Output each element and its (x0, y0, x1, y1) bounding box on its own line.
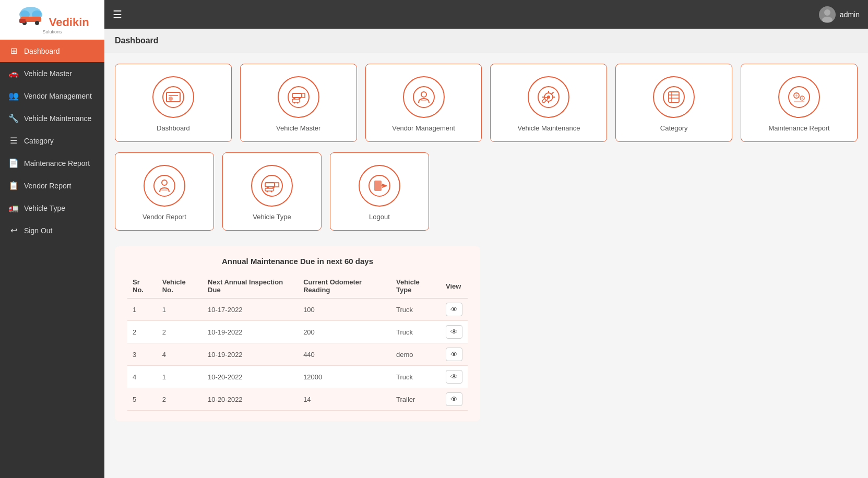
col-vehicle-no: Vehicle No. (157, 274, 203, 298)
card-logout-icon (359, 165, 400, 207)
topbar: ☰ admin (104, 0, 868, 29)
sidebar-item-vendor-management[interactable]: 👥 Vendor Management (0, 85, 104, 107)
svg-rect-43 (265, 183, 275, 187)
logo-sub: Solutions (15, 29, 89, 34)
vehicle-icon: 🚗 (8, 68, 19, 78)
svg-point-5 (35, 21, 39, 25)
svg-rect-6 (19, 19, 26, 23)
cards-row-2: Vendor Report Vehicle Type (115, 152, 858, 231)
sidebar-label-vendor-management: Vendor Management (24, 92, 92, 100)
card-maintenance-report[interactable]: Maintenance Report (741, 64, 858, 142)
hamburger-button[interactable]: ☰ (113, 8, 122, 21)
view-button[interactable]: 👁 (446, 303, 462, 316)
svg-point-28 (663, 87, 684, 107)
card-logout-label: Logout (369, 213, 390, 221)
cell-inspection-due: 10-20-2022 (203, 388, 298, 411)
cell-vehicle-no: 1 (157, 366, 203, 388)
cell-odometer: 440 (298, 343, 391, 366)
card-dashboard[interactable]: Dashboard (115, 64, 232, 142)
card-vehicle-master[interactable]: Vehicle Master (240, 64, 357, 142)
view-button[interactable]: 👁 (446, 370, 462, 384)
svg-rect-23 (421, 100, 426, 101)
card-vendor-management-label: Vendor Management (392, 124, 455, 132)
cell-inspection-due: 10-17-2022 (203, 298, 298, 321)
svg-point-13 (288, 87, 309, 107)
cell-sr: 1 (127, 298, 157, 321)
cell-odometer: 14 (298, 388, 391, 411)
card-vehicle-maintenance[interactable]: Vehicle Maintenance (490, 64, 607, 142)
view-button[interactable]: 👁 (446, 325, 462, 339)
table-row: 3 4 10-19-2022 440 demo 👁 (127, 343, 468, 366)
card-logout[interactable]: Logout (330, 152, 429, 231)
page-header: Dashboard (104, 29, 868, 53)
cell-view: 👁 (441, 366, 468, 388)
col-vehicle-type: Vehicle Type (391, 274, 441, 298)
svg-marker-15 (302, 93, 305, 98)
sidebar-label-maintenance-report: Maintenance Report (24, 159, 90, 168)
sidebar-item-vehicle-maintenance[interactable]: 🔧 Vehicle Maintenance (0, 107, 104, 129)
sidebar-item-vehicle-master[interactable]: 🚗 Vehicle Master (0, 62, 104, 85)
card-maintenance-report-label: Maintenance Report (769, 124, 830, 132)
svg-rect-38 (794, 101, 804, 102)
sidebar-label-dashboard: Dashboard (24, 47, 60, 55)
cell-odometer: 12000 (298, 366, 391, 388)
sidebar-item-vehicle-type[interactable]: 🚛 Vehicle Type (0, 197, 104, 219)
dashboard-icon: ⊞ (8, 46, 19, 56)
category-icon: ☰ (8, 136, 19, 146)
page-title: Dashboard (115, 36, 159, 45)
sidebar-item-maintenance-report[interactable]: 📄 Maintenance Report (0, 152, 104, 174)
table-row: 4 1 10-20-2022 12000 Truck 👁 (127, 366, 468, 388)
logo-area: Vedikin Solutions (0, 0, 104, 40)
cell-inspection-due: 10-20-2022 (203, 366, 298, 388)
card-vendor-report-icon (144, 165, 185, 207)
sidebar-item-sign-out[interactable]: ↩ Sign Out (0, 219, 104, 242)
view-button[interactable]: 👁 (446, 392, 462, 406)
card-dashboard-label: Dashboard (157, 124, 190, 132)
svg-point-37 (802, 97, 803, 99)
svg-point-48 (267, 190, 268, 192)
cell-inspection-due: 10-19-2022 (203, 321, 298, 343)
cell-vehicle-no: 4 (157, 343, 203, 366)
table-title: Annual Maintenance Due in next 60 days (127, 257, 468, 266)
card-category-label: Category (660, 124, 688, 132)
table-row: 1 1 10-17-2022 100 Truck 👁 (127, 298, 468, 321)
sidebar-label-vendor-report: Vendor Report (24, 182, 71, 190)
cell-view: 👁 (441, 321, 468, 343)
card-vendor-management[interactable]: Vendor Management (365, 64, 482, 142)
cell-vehicle-no: 2 (157, 388, 203, 411)
vehicle-type-icon: 🚛 (8, 203, 19, 213)
svg-point-42 (261, 175, 282, 196)
sidebar-label-category: Category (24, 137, 54, 145)
table-row: 2 2 10-19-2022 200 Truck 👁 (127, 321, 468, 343)
sidebar-label-vehicle-master: Vehicle Master (24, 69, 72, 78)
svg-point-20 (296, 102, 298, 103)
card-category[interactable]: Category (615, 64, 732, 142)
sidebar-label-vehicle-type: Vehicle Type (24, 204, 65, 212)
view-button[interactable]: 👁 (446, 348, 462, 361)
report-icon: 📄 (8, 158, 19, 168)
svg-point-8 (822, 17, 833, 22)
col-view: View (441, 274, 468, 298)
cell-view: 👁 (441, 343, 468, 366)
sidebar-item-dashboard[interactable]: ⊞ Dashboard (0, 40, 104, 62)
main-content: ☰ admin Dashboard (104, 0, 868, 478)
cell-sr: 5 (127, 388, 157, 411)
sidebar-item-vendor-report[interactable]: 📋 Vendor Report (0, 174, 104, 197)
table-section: Annual Maintenance Due in next 60 days S… (115, 246, 480, 421)
content-area: Dashboard Veh (104, 53, 868, 478)
table-row: 5 2 10-20-2022 14 Trailer 👁 (127, 388, 468, 411)
svg-rect-14 (292, 93, 302, 98)
svg-point-11 (169, 97, 173, 101)
sidebar-item-category[interactable]: ☰ Category (0, 129, 104, 152)
sidebar: Vedikin Solutions ⊞ Dashboard 🚗 Vehicle … (0, 0, 104, 478)
logo-icon (15, 5, 46, 26)
card-vehicle-master-icon (278, 76, 319, 118)
col-inspection-due: Next Annual Inspection Due (203, 274, 298, 298)
card-dashboard-icon (152, 76, 194, 118)
cell-vehicle-type: Truck (391, 321, 441, 343)
card-vendor-report[interactable]: Vendor Report (115, 152, 214, 231)
cell-view: 👁 (441, 298, 468, 321)
cell-view: 👁 (441, 388, 468, 411)
logo-text: Vedikin (49, 16, 89, 29)
card-vehicle-type[interactable]: Vehicle Type (222, 152, 322, 231)
